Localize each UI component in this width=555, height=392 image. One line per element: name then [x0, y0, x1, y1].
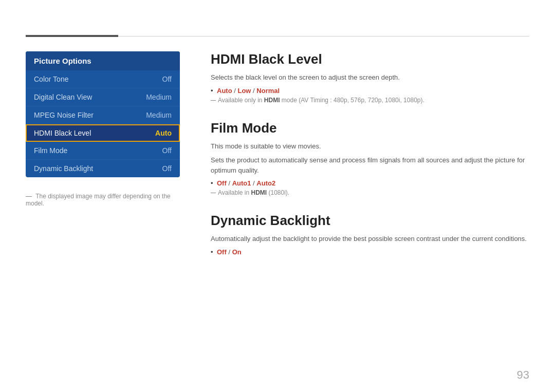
film-mode-desc2: Sets the product to automatically sense …: [211, 155, 529, 175]
menu-item-digital-clean-view[interactable]: Digital Clean ViewMedium: [26, 88, 180, 106]
film-mode-title: Film Mode: [211, 120, 529, 136]
film-available-note: Available in HDMI (1080i).: [211, 189, 529, 196]
menu-item-label: MPEG Noise Filter: [34, 111, 94, 119]
left-panel: Picture Options Color ToneOffDigital Cle…: [26, 51, 180, 207]
film-opt-auto2: Auto2: [256, 179, 275, 187]
film-mode-options: Off / Auto1 / Auto2: [211, 179, 529, 187]
hdmi-black-level-options: Auto / Low / Normal: [211, 87, 529, 95]
menu-item-value: Off: [162, 75, 172, 83]
hdmi-opt-normal: Normal: [256, 87, 280, 95]
menu-item-color-tone[interactable]: Color ToneOff: [26, 70, 180, 88]
hdmi-opt-auto: Auto: [217, 87, 232, 95]
dynamic-backlight-desc: Automatically adjust the backlight to pr…: [211, 234, 529, 244]
menu-item-film-mode[interactable]: Film ModeOff: [26, 142, 180, 160]
film-mode-desc1: This mode is suitable to view movies.: [211, 141, 529, 152]
film-sep1: /: [228, 179, 232, 187]
hdmi-opt-low: Low: [237, 87, 251, 95]
menu-items-container: Color ToneOffDigital Clean ViewMediumMPE…: [26, 70, 180, 177]
hdmi-black-level-title: HDMI Black Level: [211, 51, 529, 67]
note: The displayed image may differ depending…: [26, 193, 180, 207]
menu-item-hdmi-black-level[interactable]: HDMI Black LevelAuto: [26, 124, 180, 142]
db-sep1: /: [228, 248, 232, 256]
note-text: The displayed image may differ depending…: [26, 193, 171, 207]
menu-item-mpeg-noise-filter[interactable]: MPEG Noise FilterMedium: [26, 106, 180, 124]
hdmi-keyword: HDMI: [264, 97, 280, 104]
menu-item-label: Color Tone: [34, 75, 68, 83]
film-hdmi-keyword: HDMI: [251, 189, 267, 196]
menu-item-label: Dynamic Backlight: [34, 164, 93, 173]
menu-item-value: Medium: [146, 93, 172, 101]
menu-box: Picture Options Color ToneOffDigital Cle…: [26, 51, 180, 177]
menu-item-value: Off: [162, 146, 172, 155]
section-dynamic-backlight: Dynamic Backlight Automatically adjust t…: [211, 213, 529, 256]
menu-item-label: Digital Clean View: [34, 93, 92, 101]
menu-item-label: HDMI Black Level: [34, 129, 91, 137]
menu-item-label: Film Mode: [34, 146, 67, 155]
page-number: 93: [517, 368, 529, 382]
menu-item-dynamic-backlight[interactable]: Dynamic BacklightOff: [26, 160, 180, 177]
right-content: HDMI Black Level Selects the black level…: [211, 51, 529, 272]
dynamic-backlight-title: Dynamic Backlight: [211, 213, 529, 229]
dynamic-backlight-options: Off / On: [211, 248, 529, 256]
top-bar: [26, 35, 529, 37]
db-opt-on: On: [232, 248, 242, 256]
top-bar-light: [118, 36, 529, 36]
menu-item-value: Auto: [155, 129, 172, 137]
hdmi-black-level-desc: Selects the black level on the screen to…: [211, 72, 529, 83]
section-hdmi-black-level: HDMI Black Level Selects the black level…: [211, 51, 529, 104]
top-bar-dark: [26, 35, 118, 37]
menu-item-value: Off: [162, 164, 172, 173]
menu-item-value: Medium: [146, 111, 172, 119]
hdmi-available-note: Available only in HDMI mode (AV Timing :…: [211, 97, 529, 104]
film-opt-auto1: Auto1: [232, 179, 251, 187]
section-film-mode: Film Mode This mode is suitable to view …: [211, 120, 529, 197]
note-dash: [26, 196, 32, 197]
db-opt-off: Off: [217, 248, 227, 256]
menu-title: Picture Options: [26, 51, 180, 70]
film-opt-off: Off: [217, 179, 227, 187]
